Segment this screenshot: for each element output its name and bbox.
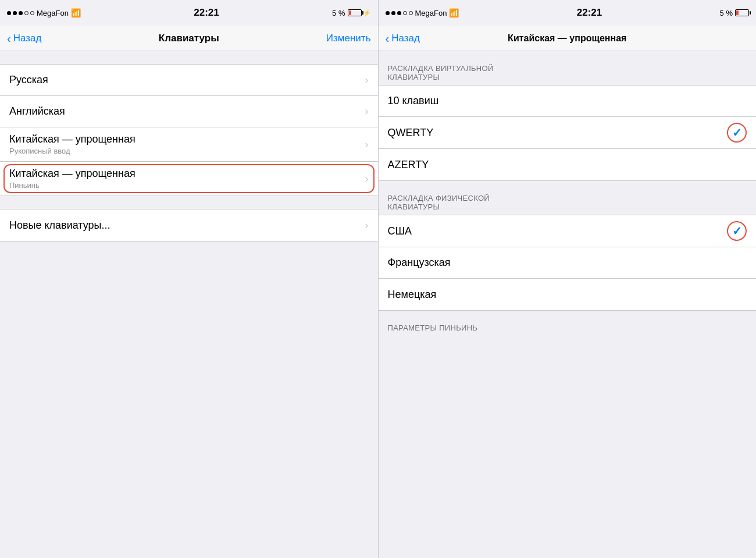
back-chevron-right: ‹ [386,33,390,44]
battery-fill-right [736,10,739,15]
back-chevron-left: ‹ [7,33,11,44]
item-title-german: Немецкая [388,289,437,301]
item-title-french: Французская [388,257,451,269]
item-title-russian: Русская [9,74,48,86]
rdot4 [403,11,407,15]
battery-box-left: ⚡ [348,9,371,17]
chevron-english: › [365,105,369,118]
gap-top-left [0,51,378,64]
spacer-right [379,336,757,558]
wifi-icon-right: 📶 [449,8,459,17]
right-panel: MegaFon 📶 22:21 5 % ‹ Назад Китайская — … [379,0,757,558]
rdot1 [386,11,390,15]
item-title-chinese-handwriting: Китайская — упрощенная [9,133,135,145]
chevron-chinese-handwriting: › [365,138,369,151]
list-item-new-keyboards[interactable]: Новые клавиатуры... › [0,209,378,241]
status-left: MegaFon 📶 [7,8,81,17]
dot3 [19,11,23,15]
list-item-english[interactable]: Английская › [0,96,378,127]
dot2 [13,11,17,15]
item-title-10keys: 10 клавиш [388,95,439,107]
nav-bar-left: ‹ Назад Клавиатуры Изменить [0,26,378,51]
spacer-left [0,241,378,558]
back-button-right[interactable]: ‹ Назад [386,33,420,44]
status-right-right: 5 % [720,9,749,17]
item-title-azerty: AZERTY [388,159,429,171]
list-item-10keys[interactable]: 10 клавиш [379,86,757,117]
chevron-new-keyboards: › [365,219,369,232]
time-left: 22:21 [194,7,219,19]
chevron-russian: › [365,74,369,86]
bolt-icon-left: ⚡ [363,9,371,17]
qwerty-check-circle: ✓ [727,123,747,143]
item-title-qwerty: QWERTY [388,127,434,139]
item-content-10keys: 10 клавиш [388,95,439,107]
signal-dots [7,11,34,15]
nav-bar-right: ‹ Назад Китайская — упрощенная [379,26,757,51]
item-content-english: Английская [9,105,65,118]
wifi-icon-left: 📶 [71,8,81,17]
list-item-chinese-handwriting[interactable]: Китайская — упрощенная Рукописный ввод › [0,127,378,162]
nav-title-left: Клавиатуры [159,33,219,44]
item-content-new-keyboards: Новые клавиатуры... [9,219,110,232]
nav-title-right: Китайская — упрощенная [508,33,626,44]
list-item-usa[interactable]: США ✓ [379,215,757,247]
item-subtitle-chinese-handwriting: Рукописный ввод [9,147,135,155]
qwerty-checkmark: ✓ [732,126,742,140]
battery-pct-right: 5 % [720,9,733,17]
list-item-french[interactable]: Французская [379,247,757,279]
carrier-left: MegaFon [37,9,69,17]
virtual-keyboard-list: 10 клавиш QWERTY ✓ AZERTY [379,85,757,181]
rdot5 [409,11,413,15]
item-content-french: Французская [388,257,451,269]
time-right: 22:21 [577,7,602,19]
status-right-left: 5 % ⚡ [332,9,370,17]
gap-mid-left [0,196,378,209]
usa-check-circle: ✓ [727,221,747,241]
item-title-english: Английская [9,105,65,118]
status-bar-right: MegaFon 📶 22:21 5 % [379,0,757,26]
left-panel: MegaFon 📶 22:21 5 % ⚡ ‹ Назад Клавиатуры… [0,0,378,558]
item-content-azerty: AZERTY [388,159,429,171]
dot1 [7,11,11,15]
item-content-chinese-pinyin: Китайская — упрощенная Пиньинь [9,168,135,190]
rdot3 [397,11,401,15]
battery-box-right [735,9,749,16]
item-title-usa: США [388,225,412,237]
item-content-german: Немецкая [388,289,437,301]
item-content-qwerty: QWERTY [388,127,434,139]
list-item-german[interactable]: Немецкая [379,279,757,310]
list-item-russian[interactable]: Русская › [0,65,378,96]
list-item-azerty[interactable]: AZERTY [379,149,757,180]
physical-keyboard-list: США ✓ Французская Немецкая [379,215,757,311]
item-content-russian: Русская [9,74,48,86]
nav-action-left[interactable]: Изменить [326,33,371,44]
rdot2 [391,11,395,15]
carrier-right: MegaFon [415,9,447,17]
new-keyboards-list: Новые клавиатуры... › [0,209,378,241]
usa-checkmark: ✓ [732,224,742,238]
back-label-right: Назад [391,33,420,44]
battery-pct-left: 5 % [332,9,345,17]
signal-dots-right [386,11,413,15]
list-item-qwerty[interactable]: QWERTY ✓ [379,117,757,149]
chevron-chinese-pinyin: › [365,173,369,185]
battery-fill-left [349,10,351,15]
section-header-virtual: РАСКЛАДКА ВИРТУАЛЬНОЙКЛАВИАТУРЫ [379,51,757,85]
item-title-new-keyboards: Новые клавиатуры... [9,219,110,232]
list-item-chinese-pinyin[interactable]: Китайская — упрощенная Пиньинь › [0,162,378,196]
dot5 [30,11,34,15]
status-bar-left: MegaFon 📶 22:21 5 % ⚡ [0,0,378,26]
dot4 [24,11,28,15]
status-left-right: MegaFon 📶 [386,8,459,17]
keyboard-list: Русская › Английская › Китайская — упрощ… [0,64,378,196]
back-button-left[interactable]: ‹ Назад [7,33,41,44]
section-header-pinyin: ПАРАМЕТРЫ ПИНЬИНЬ [379,311,757,336]
item-content-usa: США [388,225,412,237]
battery-left [348,9,362,16]
back-label-left: Назад [13,33,42,44]
section-header-physical: РАСКЛАДКА ФИЗИЧЕСКОЙКЛАВИАТУРЫ [379,181,757,215]
item-subtitle-chinese-pinyin: Пиньинь [9,181,135,190]
battery-right [735,9,749,16]
item-title-chinese-pinyin: Китайская — упрощенная [9,168,135,180]
